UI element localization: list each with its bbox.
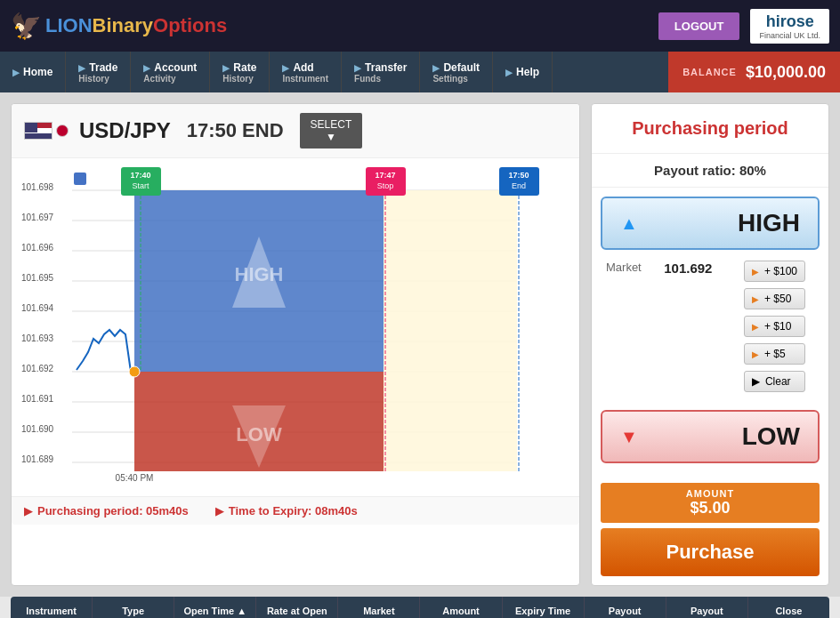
svg-text:101.689: 101.689	[21, 454, 54, 464]
table-header: Instrument Type Open Time ▲ Rate at Open…	[11, 597, 829, 618]
col-market: Market	[338, 597, 420, 618]
balance-section: BALANCE $10,000.00	[668, 52, 840, 92]
svg-text:101.695: 101.695	[21, 273, 54, 283]
logo: 🦅 LIONBinaryOptions	[11, 12, 227, 41]
high-low-section: ▲ HIGH Market 101.692 ▶ + $100 ▶ + $50	[592, 188, 828, 483]
amount-buttons: ▶ + $100 ▶ + $50 ▶ + $10 ▶ + $5	[735, 261, 814, 399]
svg-text:101.692: 101.692	[21, 364, 54, 373]
svg-text:101.691: 101.691	[21, 394, 54, 404]
svg-text:17:47: 17:47	[375, 171, 395, 180]
right-panel: Purchasing period Payout ratio: 80% ▲ HI…	[591, 103, 829, 586]
clear-button[interactable]: ▶ Clear	[744, 371, 805, 392]
svg-text:101.694: 101.694	[21, 303, 54, 313]
col-payout-ratio: Payout Ratio(%)	[585, 597, 666, 618]
transfer-funds-label: ▶Transfer	[354, 61, 407, 74]
svg-text:101.698: 101.698	[21, 182, 54, 192]
price-chart: 101.698 101.697 101.696 101.695 101.694 …	[19, 165, 572, 486]
navigation: ▶ Home ▶Trade History ▶Account Activity …	[0, 52, 840, 92]
balance-label: BALANCE	[682, 67, 737, 77]
sidebar-item-home[interactable]: ▶ Home	[0, 52, 66, 92]
sidebar-item-default-settings[interactable]: ▶Default Settings	[420, 52, 493, 92]
amount-50-triangle-icon: ▶	[752, 294, 759, 304]
col-expiry-time: Expiry Time	[503, 597, 585, 618]
hirose-name: hirose	[766, 12, 814, 31]
payout-label: Payout ratio:	[654, 163, 736, 178]
amount-100-label: + $100	[764, 265, 797, 277]
payout-value: 80%	[739, 163, 766, 178]
main-content: USD/JPY 17:50 END SELECT ▼ 101.698 101.6…	[0, 92, 840, 597]
logout-button[interactable]: LOGOUT	[658, 12, 740, 40]
svg-text:End: End	[512, 181, 526, 190]
high-up-arrow-icon: ▲	[620, 213, 638, 234]
sidebar-item-add-instrument[interactable]: ▶Add Instrument	[270, 52, 342, 92]
col-instrument: Instrument	[11, 597, 93, 618]
header: 🦅 LIONBinaryOptions LOGOUT hirose Financ…	[0, 0, 840, 52]
amount-50-button[interactable]: ▶ + $50	[744, 288, 805, 309]
add-instrument-sub: Instrument	[282, 74, 328, 84]
amount-5-triangle-icon: ▶	[752, 349, 759, 359]
svg-point-27	[129, 366, 140, 377]
svg-text:101.696: 101.696	[21, 243, 54, 253]
trade-history-sub: History	[78, 74, 109, 84]
logo-wing-icon: 🦅	[11, 12, 42, 41]
balance-value: $10,000.00	[746, 63, 826, 82]
select-button[interactable]: SELECT ▼	[300, 113, 363, 148]
sidebar-item-transfer-funds[interactable]: ▶Transfer Funds	[342, 52, 420, 92]
expiry-arrow-icon: ▶	[215, 505, 223, 518]
amount-5-label: + $5	[764, 348, 786, 360]
col-open-time: Open Time ▲	[174, 597, 256, 618]
svg-text:101.690: 101.690	[21, 424, 54, 434]
purchasing-period-text: Purchasing period: 05m40s	[37, 504, 189, 518]
market-value: 101.692	[664, 261, 712, 276]
amount-10-button[interactable]: ▶ + $10	[744, 316, 805, 337]
amount-display-value: $5.00	[606, 499, 814, 518]
default-settings-label: ▶Default	[432, 61, 480, 74]
sidebar-item-help[interactable]: ▶ Help	[493, 52, 553, 92]
svg-text:Start: Start	[132, 181, 149, 190]
col-amount: Amount	[420, 597, 502, 618]
purchasing-period-status: ▶ Purchasing period: 05m40s	[24, 504, 189, 518]
col-type: Type	[93, 597, 174, 618]
select-label: SELECT	[311, 118, 352, 131]
svg-rect-41	[74, 173, 86, 185]
amount-5-button[interactable]: ▶ + $5	[744, 343, 805, 365]
sidebar-item-trade-history[interactable]: ▶Trade History	[66, 52, 131, 92]
us-flag-icon	[24, 122, 52, 140]
hirose-sub: Financial UK Ltd.	[759, 31, 820, 40]
trade-history-label: ▶Trade	[78, 61, 117, 74]
low-button[interactable]: ▼ LOW	[601, 410, 820, 463]
add-instrument-label: ▶Add	[282, 61, 313, 74]
low-down-arrow-icon: ▼	[620, 427, 638, 447]
svg-text:17:40: 17:40	[130, 171, 150, 180]
amount-50-label: + $50	[764, 293, 791, 305]
amount-10-triangle-icon: ▶	[752, 322, 759, 332]
svg-text:101.693: 101.693	[21, 333, 54, 343]
purchase-button[interactable]: Purchase	[601, 528, 820, 576]
transfer-funds-sub: Funds	[354, 74, 381, 84]
purchasing-arrow-icon: ▶	[24, 505, 32, 518]
amount-100-button[interactable]: ▶ + $100	[744, 261, 805, 282]
col-close: Close	[748, 597, 829, 618]
sidebar-item-rate-history[interactable]: ▶Rate History	[210, 52, 270, 92]
svg-text:17:50: 17:50	[508, 171, 529, 180]
account-activity-label: ▶Account	[143, 61, 197, 74]
default-settings-sub: Settings	[432, 74, 467, 84]
low-label: LOW	[742, 422, 800, 451]
col-rate-at-open: Rate at Open	[256, 597, 338, 618]
time-to-expiry-text: Time to Expiry: 08m40s	[229, 504, 358, 518]
high-label: HIGH	[738, 209, 800, 237]
high-button[interactable]: ▲ HIGH	[601, 197, 820, 250]
svg-text:05:40 PM: 05:40 PM	[116, 473, 154, 483]
hirose-logo: hirose Financial UK Ltd.	[750, 9, 829, 44]
instrument-pair: USD/JPY	[79, 118, 171, 143]
left-panel: USD/JPY 17:50 END SELECT ▼ 101.698 101.6…	[11, 103, 580, 586]
status-bar: ▶ Purchasing period: 05m40s ▶ Time to Ex…	[12, 496, 579, 525]
table-footer: Instrument Type Open Time ▲ Rate at Open…	[11, 597, 829, 618]
help-arrow-icon: ▶	[505, 68, 513, 77]
sidebar-item-account-activity[interactable]: ▶Account Activity	[131, 52, 210, 92]
select-arrow-icon: ▼	[326, 131, 336, 143]
market-row: Market 101.692 ▶ + $100 ▶ + $50 ▶ + $10	[601, 257, 820, 403]
clear-label: Clear	[765, 375, 791, 388]
purchasing-period-title: Purchasing period	[592, 104, 828, 154]
flag-container	[24, 122, 69, 140]
